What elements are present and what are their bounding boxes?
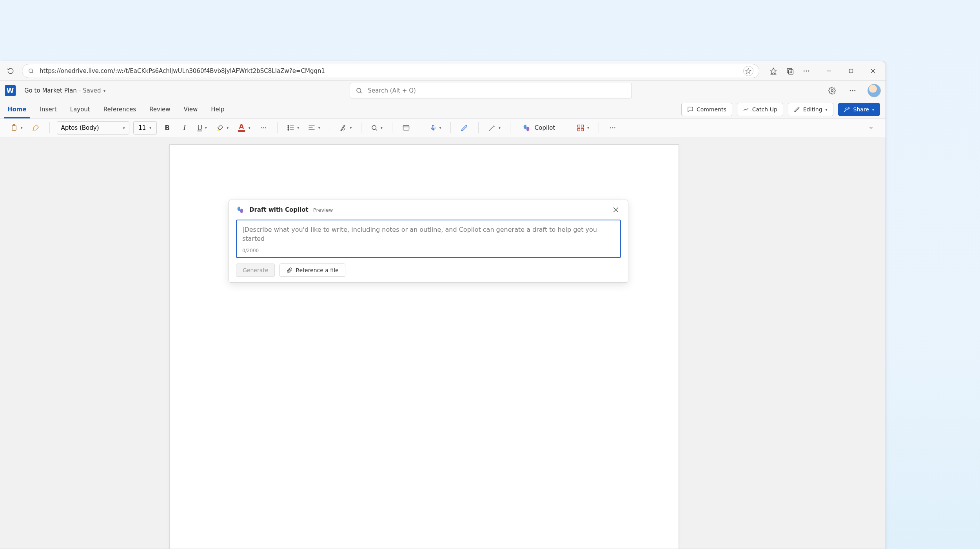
collapse-ribbon-button[interactable] xyxy=(864,121,878,135)
bullets-icon xyxy=(287,124,295,132)
editing-mode-button[interactable]: Editing ▾ xyxy=(788,103,833,116)
avatar[interactable] xyxy=(867,84,881,97)
pencil-icon xyxy=(794,106,800,113)
bullets-button[interactable]: ▾ xyxy=(285,121,302,135)
document-name-dropdown[interactable]: Go to Market Plan · Saved ▾ xyxy=(24,87,106,94)
settings-button[interactable] xyxy=(827,85,838,96)
svg-point-21 xyxy=(854,90,855,91)
tab-view[interactable]: View xyxy=(177,100,205,118)
tab-review[interactable]: Review xyxy=(143,100,177,118)
underline-button[interactable]: U▾ xyxy=(195,121,209,135)
copilot-card-close-button[interactable] xyxy=(611,205,621,215)
clipboard-icon xyxy=(10,124,18,132)
chevron-down-icon: ▾ xyxy=(872,107,874,112)
separator xyxy=(567,122,567,133)
chevron-down-icon: ▾ xyxy=(298,126,299,130)
window-icon xyxy=(402,124,410,132)
favorite-button[interactable] xyxy=(743,66,753,76)
svg-rect-5 xyxy=(787,68,792,73)
search-input[interactable] xyxy=(368,87,626,94)
copilot-input-wrap: |Describe what you'd like to write, incl… xyxy=(229,220,628,264)
comments-button[interactable]: Comments xyxy=(681,103,732,116)
svg-point-50 xyxy=(614,127,615,129)
svg-point-27 xyxy=(263,127,264,129)
separator xyxy=(49,122,50,133)
bold-button[interactable]: B xyxy=(161,121,174,135)
find-button[interactable]: ▾ xyxy=(368,121,385,135)
svg-line-39 xyxy=(376,129,377,130)
tab-help[interactable]: Help xyxy=(204,100,231,118)
align-icon xyxy=(308,124,316,132)
align-button[interactable]: ▾ xyxy=(305,121,323,135)
tab-insert[interactable]: Insert xyxy=(33,100,64,118)
copilot-button[interactable]: Copilot xyxy=(517,121,560,135)
more-icon[interactable] xyxy=(802,67,810,75)
svg-point-23 xyxy=(848,107,849,109)
share-button[interactable]: Share ▾ xyxy=(838,103,880,116)
svg-point-28 xyxy=(265,127,266,129)
reference-file-button[interactable]: Reference a file xyxy=(279,264,345,277)
svg-marker-3 xyxy=(771,68,777,74)
window-minimize-button[interactable] xyxy=(820,62,838,80)
url-input[interactable] xyxy=(40,67,738,75)
word-logo: W xyxy=(5,85,16,96)
document-page[interactable]: Draft with Copilot Preview |Describe wha… xyxy=(169,144,679,549)
font-color-button[interactable]: A ▾ xyxy=(235,121,253,135)
copilot-icon xyxy=(522,124,531,132)
paste-button[interactable]: ▾ xyxy=(8,121,25,135)
favorites-icon[interactable] xyxy=(769,67,777,75)
editor-button[interactable] xyxy=(458,121,471,135)
chevron-down-icon: ▾ xyxy=(499,126,501,130)
copilot-placeholder: |Describe what you'd like to write, incl… xyxy=(242,225,615,243)
reading-view-button[interactable] xyxy=(399,121,413,135)
reload-button[interactable] xyxy=(4,64,17,78)
collections-icon[interactable] xyxy=(786,67,794,75)
designer-button[interactable]: ▾ xyxy=(486,121,503,135)
styles-button[interactable]: ▾ xyxy=(337,121,354,135)
chevron-down-icon: ▾ xyxy=(826,107,828,112)
font-family-select[interactable]: Aptos (Body) ▾ xyxy=(57,121,129,135)
font-size-select[interactable]: 11 ▾ xyxy=(133,121,157,135)
search-box[interactable] xyxy=(350,83,632,98)
chevron-down-icon: ▾ xyxy=(439,126,441,130)
browser-toolbar-icons xyxy=(764,67,816,75)
catchup-icon xyxy=(743,106,749,113)
font-color-icon: A xyxy=(237,124,246,132)
reference-file-label: Reference a file xyxy=(296,267,338,273)
more-format-button[interactable] xyxy=(257,121,270,135)
highlight-color-button[interactable]: ▾ xyxy=(213,121,231,135)
svg-point-48 xyxy=(610,127,611,129)
catchup-button[interactable]: Catch Up xyxy=(737,103,783,116)
italic-button[interactable]: I xyxy=(178,121,191,135)
tab-references[interactable]: References xyxy=(97,100,143,118)
separator xyxy=(599,122,599,133)
chevron-down-icon: ▾ xyxy=(149,126,151,130)
format-painter-button[interactable] xyxy=(29,121,42,135)
document-name: Go to Market Plan xyxy=(24,87,77,94)
share-icon xyxy=(844,106,850,113)
svg-point-0 xyxy=(29,69,33,72)
separator xyxy=(510,122,510,133)
overflow-button[interactable] xyxy=(606,121,619,135)
search-icon xyxy=(371,124,378,131)
dictate-button[interactable]: ▾ xyxy=(427,121,444,135)
more-button[interactable] xyxy=(847,85,858,96)
window-close-button[interactable] xyxy=(864,62,882,80)
separator xyxy=(277,122,278,133)
copilot-icon xyxy=(236,205,245,214)
svg-point-29 xyxy=(288,125,289,127)
chevron-down-icon: ▾ xyxy=(103,88,106,93)
window-maximize-button[interactable] xyxy=(842,62,860,80)
highlighter-icon xyxy=(216,124,224,132)
tab-home[interactable]: Home xyxy=(1,100,33,118)
copilot-prompt-input[interactable]: |Describe what you'd like to write, incl… xyxy=(236,220,621,258)
gear-icon xyxy=(828,87,836,95)
separator xyxy=(420,122,420,133)
catchup-label: Catch Up xyxy=(752,106,777,113)
share-label: Share xyxy=(853,106,869,113)
generate-button[interactable]: Generate xyxy=(236,264,275,277)
comment-icon xyxy=(687,106,693,113)
svg-marker-2 xyxy=(746,68,751,73)
addins-button[interactable]: ▾ xyxy=(574,121,592,135)
tab-layout[interactable]: Layout xyxy=(64,100,97,118)
